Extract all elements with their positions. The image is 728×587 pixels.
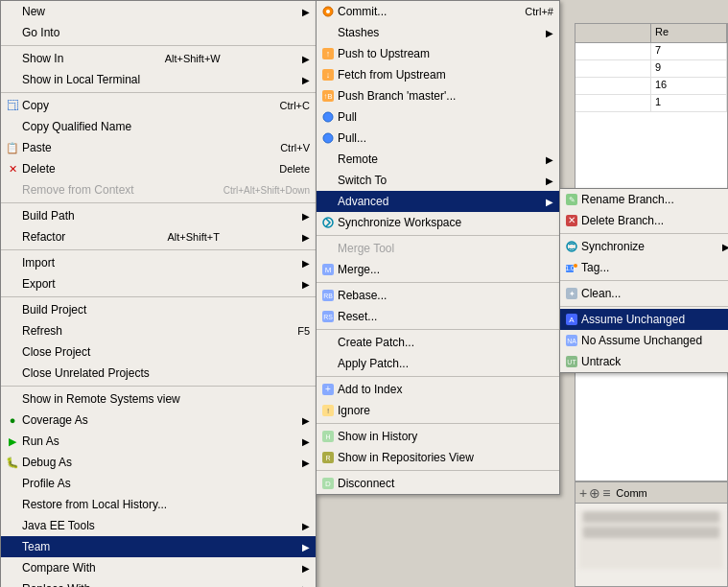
menu-item-merge-label: Merge... xyxy=(338,263,380,276)
menu-item-synchronize[interactable]: Synchronize ▶ xyxy=(560,236,728,257)
delete-shortcut: Delete xyxy=(260,163,310,175)
coverage-arrow: ▶ xyxy=(302,415,310,426)
svg-point-1 xyxy=(326,10,330,13)
menu-item-push-upstream[interactable]: ↑ Push to Upstream xyxy=(317,43,559,64)
menu-item-new[interactable]: New ▶ xyxy=(1,1,316,22)
menu-item-switch-to[interactable]: Switch To ▶ xyxy=(317,170,559,191)
menu-item-build-path[interactable]: Build Path ▶ xyxy=(1,205,316,226)
grid-cell-3-1 xyxy=(575,78,651,94)
grid-row-2: 9 xyxy=(575,60,727,78)
menu-item-copy-qualified[interactable]: Copy Qualified Name xyxy=(1,116,316,137)
grid-row-4: 1 xyxy=(575,95,727,112)
menu-item-create-patch[interactable]: Create Patch... xyxy=(317,332,559,353)
menu-item-reset[interactable]: RS Reset... xyxy=(317,306,559,327)
svg-text:RB: RB xyxy=(323,293,333,299)
menu-item-coverage-label: Coverage As xyxy=(22,413,88,427)
menu-item-push-upstream-label: Push to Upstream xyxy=(338,47,430,60)
menu-item-show-history[interactable]: H Show in History xyxy=(317,426,559,447)
stashes-arrow: ▶ xyxy=(546,28,553,38)
menu-item-tag[interactable]: 1.0 Tag... xyxy=(560,257,728,278)
menu-item-paste[interactable]: 📋 Paste Ctrl+V xyxy=(1,137,316,158)
menu-item-apply-patch[interactable]: Apply Patch... xyxy=(317,353,559,374)
synchronize-arrow: ▶ xyxy=(722,242,728,252)
menu-item-no-assume-unchanged[interactable]: NA No Assume Unchanged xyxy=(560,330,728,351)
menu-item-team[interactable]: Team ▶ xyxy=(1,536,316,557)
svg-text:✎: ✎ xyxy=(569,196,575,204)
menu-item-compare-with[interactable]: Compare With ▶ xyxy=(1,557,316,578)
build-path-arrow: ▶ xyxy=(302,211,310,222)
menu-item-show-in[interactable]: Show In Alt+Shift+W ▶ xyxy=(1,48,316,69)
menu-item-java-ee[interactable]: Java EE Tools ▶ xyxy=(1,515,316,536)
menu-item-add-to-index[interactable]: + Add to Index xyxy=(317,379,559,400)
menu-item-import[interactable]: Import ▶ xyxy=(1,252,316,273)
menu-item-debug-as[interactable]: 🐛 Debug As ▶ xyxy=(1,452,316,473)
team-arrow: ▶ xyxy=(302,542,310,552)
menu-item-create-patch-label: Create Patch... xyxy=(338,336,414,349)
context-menu-level3: ✎ Rename Branch... ✕ Delete Branch... Sy… xyxy=(559,188,728,373)
separator-m3-3 xyxy=(560,306,728,307)
menu-item-stashes[interactable]: Stashes ▶ xyxy=(317,22,559,43)
menu-item-sync-workspace[interactable]: Synchronize Workspace xyxy=(317,212,559,233)
menu-item-delete-branch[interactable]: ✕ Delete Branch... xyxy=(560,210,728,231)
bottom-toolbar-icon-2[interactable]: ⊕ xyxy=(589,485,600,501)
menu-item-assume-unchanged-label: Assume Unchanged xyxy=(581,313,685,326)
menu-item-refresh[interactable]: Refresh F5 xyxy=(1,320,316,341)
menu-item-go-into[interactable]: Go Into xyxy=(1,22,316,43)
svg-text:✦: ✦ xyxy=(569,290,575,298)
svg-text:M: M xyxy=(325,266,332,274)
menu-item-fetch-upstream[interactable]: ↓ Fetch from Upstream xyxy=(317,64,559,85)
menu-item-push-branch[interactable]: ↑B Push Branch 'master'... xyxy=(317,85,559,106)
menu-item-ignore[interactable]: ! Ignore xyxy=(317,400,559,421)
menu-item-commit[interactable]: Commit... Ctrl+# xyxy=(317,1,559,22)
svg-point-8 xyxy=(323,112,333,122)
menu-item-untrack[interactable]: UT Untrack xyxy=(560,351,728,372)
menu-item-new-label: New xyxy=(22,5,45,18)
menu-item-go-into-label: Go Into xyxy=(22,26,59,39)
menu-item-assume-unchanged[interactable]: A Assume Unchanged xyxy=(560,309,728,330)
menu-item-close-unrelated[interactable]: Close Unrelated Projects xyxy=(1,363,316,384)
bottom-content xyxy=(575,504,727,573)
svg-text:✕: ✕ xyxy=(568,215,575,225)
run-as-arrow: ▶ xyxy=(302,436,310,447)
menu-item-show-repos[interactable]: R Show in Repositories View xyxy=(317,447,559,468)
grid-cell-1-1 xyxy=(575,43,651,59)
bottom-toolbar-icon-1[interactable]: + xyxy=(579,485,587,501)
grid-cell-4-1 xyxy=(575,95,651,111)
menu-item-build-path-label: Build Path xyxy=(22,209,75,223)
ignore-icon: ! xyxy=(320,403,336,418)
show-in-shortcut: Alt+Shift+W xyxy=(146,53,221,64)
menu-item-show-local[interactable]: Show in Local Terminal ▶ xyxy=(1,69,316,90)
menu-item-add-to-index-label: Add to Index xyxy=(338,383,402,396)
menu-item-export[interactable]: Export ▶ xyxy=(1,273,316,294)
menu-item-close-project[interactable]: Close Project xyxy=(1,341,316,363)
menu-item-show-remote[interactable]: Show in Remote Systems view xyxy=(1,388,316,410)
menu-item-remove-context[interactable]: Remove from Context Ctrl+Alt+Shift+Down xyxy=(1,179,316,200)
commit-shortcut: Ctrl+# xyxy=(505,6,553,17)
context-menu-level1: New ▶ Go Into Show In Alt+Shift+W ▶ Show… xyxy=(0,0,317,587)
menu-item-delete[interactable]: ✕ Delete Delete xyxy=(1,158,316,179)
menu-item-build-project[interactable]: Build Project xyxy=(1,299,316,320)
menu-item-merge-tool[interactable]: Merge Tool xyxy=(317,238,559,259)
menu-item-refactor[interactable]: Refactor Alt+Shift+T ▶ xyxy=(1,226,316,247)
bottom-toolbar-icon-3[interactable]: ≡ xyxy=(602,485,610,501)
menu-item-delete-label: Delete xyxy=(22,162,56,176)
menu-item-advanced[interactable]: Advanced ▶ xyxy=(317,191,559,212)
menu-item-merge[interactable]: M Merge... xyxy=(317,259,559,280)
menu-item-rename-branch[interactable]: ✎ Rename Branch... xyxy=(560,189,728,210)
menu-item-run-as[interactable]: ▶ Run As ▶ xyxy=(1,431,316,452)
menu-item-disconnect[interactable]: D Disconnect xyxy=(317,473,559,494)
menu-item-build-project-label: Build Project xyxy=(22,303,86,317)
menu-item-remote[interactable]: Remote ▶ xyxy=(317,149,559,170)
menu-item-pull-dots[interactable]: Pull... xyxy=(317,128,559,149)
menu-item-copy[interactable]: ⿹ Copy Ctrl+C xyxy=(1,95,316,116)
menu-item-pull[interactable]: Pull xyxy=(317,106,559,128)
menu-item-replace-with[interactable]: Replace With ▶ xyxy=(1,578,316,587)
menu-item-restore-local[interactable]: Restore from Local History... xyxy=(1,494,316,515)
menu-item-rebase[interactable]: RB Rebase... xyxy=(317,285,559,306)
pull-dots-icon xyxy=(320,130,336,146)
menu-item-clean[interactable]: ✦ Clean... xyxy=(560,283,728,304)
menu-item-synchronize-label: Synchronize xyxy=(581,240,645,253)
svg-text:D: D xyxy=(325,480,331,488)
menu-item-coverage[interactable]: ● Coverage As ▶ xyxy=(1,410,316,431)
menu-item-profile-as[interactable]: Profile As xyxy=(1,473,316,494)
